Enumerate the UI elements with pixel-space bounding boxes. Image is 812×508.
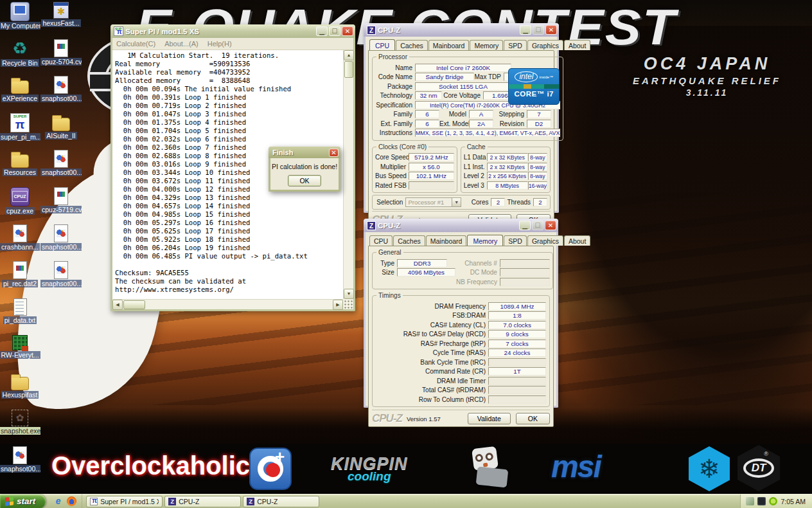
processor-legend: Processor — [376, 53, 409, 60]
finish-dialog: Finish ✕ PI calculation is done! OK — [269, 147, 340, 192]
horizontal-scrollbar[interactable]: ◀ ▶ — [112, 299, 343, 309]
close-button[interactable]: ✕ — [342, 26, 353, 36]
cpuz-version: Version 1.57 — [407, 415, 441, 422]
tab[interactable]: SPD — [504, 40, 527, 50]
tab[interactable]: Memory — [470, 40, 503, 50]
maximize-button[interactable]: ☐ — [329, 26, 340, 36]
desktop-icon-image — [53, 2, 69, 19]
scroll-right-button[interactable]: ▶ — [333, 300, 343, 310]
tray-icon-remove-hardware[interactable] — [746, 497, 754, 505]
maximize-button[interactable]: ☐ — [533, 25, 544, 35]
desktop-icon[interactable]: eXPerience — [0, 74, 40, 111]
taskbar-task-button[interactable]: Super PI / mod1.5 XS — [86, 496, 163, 507]
start-button[interactable]: start — [0, 494, 46, 508]
tab[interactable]: Caches — [393, 235, 425, 246]
extfamily-label: Ext. Family — [375, 120, 415, 127]
internet-explorer-icon[interactable]: e — [53, 496, 63, 506]
desktop-icon[interactable]: cpuz-5719.cvf — [40, 185, 82, 222]
tab[interactable]: CPU — [369, 39, 395, 51]
finish-titlebar[interactable]: Finish ✕ — [269, 147, 340, 158]
general-disabled-label: NB Frequency — [455, 278, 500, 286]
superpi-titlebar[interactable]: Super PI / mod1.5 XS ▁ ☐ ✕ — [110, 24, 355, 38]
desktop-icon[interactable]: super_pi_m... — [0, 111, 40, 149]
ok-button[interactable]: OK — [288, 175, 321, 186]
processor-selector[interactable]: Processor #1 ▼ — [405, 197, 461, 207]
tray-icon-display[interactable] — [757, 497, 766, 505]
desktop-icon-label: snaphsot00... — [40, 243, 82, 251]
close-button[interactable]: ✕ — [545, 25, 557, 35]
desktop-icon[interactable]: pi_rec.dat2 — [0, 259, 40, 296]
general-disabled-field — [500, 268, 550, 277]
desktop-icon-label: snaphsot00... — [40, 280, 82, 287]
cpuz-titlebar[interactable]: CPU-Z ▁ ☐ ✕ — [364, 219, 558, 232]
minimize-button[interactable]: ▁ — [316, 26, 328, 36]
scroll-down-button[interactable]: ▼ — [344, 289, 354, 299]
resize-grip[interactable] — [343, 299, 353, 309]
tab[interactable]: SPD — [504, 235, 527, 246]
cache-label: Level 2 — [464, 172, 487, 179]
desktop-icon[interactable]: snaphsot00... — [40, 222, 82, 260]
desktop-icon[interactable]: hexusFast... — [40, 0, 82, 37]
desktop-icon-label: pi_rec.dat2 — [2, 280, 38, 287]
close-button[interactable]: ✕ — [545, 221, 556, 230]
tab[interactable]: Graphics — [527, 40, 563, 50]
robot-eye — [485, 452, 493, 460]
minimize-button[interactable]: ▁ — [520, 25, 531, 35]
selection-box: Selection Processor #1 ▼ Cores 2 Threads… — [372, 195, 551, 210]
desktop-icon[interactable]: cpuz.exe — [0, 185, 40, 222]
timing-label: CAS# Latency (CL) — [375, 322, 488, 329]
scroll-up-button[interactable]: ▲ — [344, 50, 354, 60]
horizontal-scroll-thumb[interactable] — [123, 300, 145, 309]
finish-title: Finish — [272, 149, 327, 156]
desktop-icon[interactable]: snaphsot00... — [40, 74, 82, 111]
general-disabled-field — [500, 278, 550, 286]
wallpaper-event-text: OC4 JAPAN EARTHQUAKE RELIEF 3.11.11 — [633, 54, 781, 98]
desktop-icon-image — [54, 150, 68, 168]
close-icon[interactable]: ✕ — [329, 149, 339, 157]
tray-icon-nvidia[interactable] — [769, 497, 777, 505]
vertical-scroll-thumb[interactable] — [344, 61, 353, 78]
desktop-icon[interactable]: snaphsot00... — [0, 444, 40, 482]
cache-label: Level 3 — [464, 182, 487, 189]
desktop-icon-image — [13, 298, 27, 316]
desktop-icon[interactable]: snaphsot00... — [40, 259, 82, 296]
menu-calculate[interactable]: Calculate(C) — [116, 40, 155, 48]
desktop-icon[interactable]: Hexuspifast — [0, 370, 40, 408]
tab[interactable]: Memory — [467, 235, 503, 246]
scroll-left-button[interactable]: ◀ — [112, 300, 123, 310]
tab[interactable]: Caches — [396, 40, 428, 50]
ok-button[interactable]: OK — [516, 413, 550, 424]
desktop-icon[interactable]: RW-Everyt... — [0, 333, 40, 370]
vertical-scrollbar[interactable]: ▲ ▼ — [343, 50, 353, 299]
desktop-icon[interactable]: snaphsot00... — [40, 148, 82, 185]
desktop-icon[interactable]: Resources — [0, 148, 40, 185]
menu-about[interactable]: About...(A) — [164, 40, 199, 48]
tab[interactable]: About — [564, 235, 590, 246]
cpuz-logo: CPU-Z — [372, 412, 402, 425]
desktop-icon-image — [13, 446, 27, 464]
desktop-icon[interactable]: pi_data.txt — [0, 296, 40, 334]
tab[interactable]: About — [564, 40, 590, 50]
family-field: 6 — [415, 110, 439, 118]
minimize-button[interactable]: ▁ — [519, 221, 531, 230]
desktop-icon[interactable]: cpuz-5704.cvf — [40, 37, 82, 75]
desktop-icon[interactable]: crashbann... — [0, 222, 40, 260]
cpuz-titlebar[interactable]: CPU-Z ▁ ☐ ✕ — [364, 23, 559, 37]
desktop-icon[interactable]: snapshot.exe — [0, 408, 40, 445]
desktop-icon[interactable]: My Computer — [0, 0, 40, 37]
validate-button[interactable]: Validate — [468, 413, 511, 424]
maximize-button[interactable]: ☐ — [532, 221, 543, 230]
taskbar-task-button[interactable]: CPU-Z — [164, 496, 241, 507]
menu-help[interactable]: Help(H) — [207, 40, 232, 48]
general-disabled-field — [500, 259, 550, 268]
desktop-icon[interactable]: Recycle Bin — [0, 37, 40, 75]
desktop-icon[interactable]: AISuite_II — [40, 111, 82, 149]
tab[interactable]: Mainboard — [428, 40, 470, 50]
tab[interactable]: Graphics — [527, 235, 563, 246]
tab[interactable]: CPU — [369, 235, 393, 246]
windows-flag-icon — [5, 496, 14, 506]
timing-label: DRAM Idle Timer — [375, 377, 488, 385]
taskbar-task-button[interactable]: CPU-Z — [243, 496, 319, 507]
tab[interactable]: Mainboard — [426, 235, 467, 246]
firefox-icon[interactable] — [67, 496, 76, 506]
